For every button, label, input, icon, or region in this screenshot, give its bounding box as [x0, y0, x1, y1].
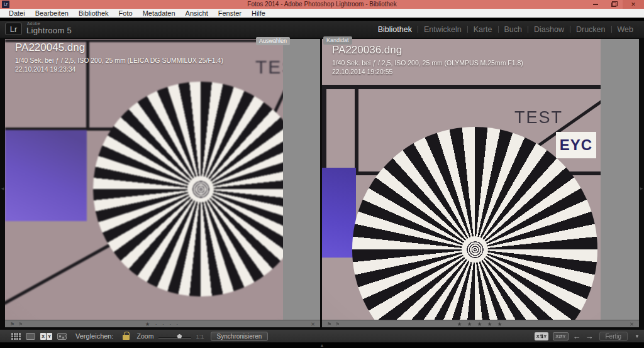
lock-icon[interactable] — [123, 335, 130, 340]
adobe-label: Adobe — [27, 21, 72, 26]
product-label: Lightroom 5 — [26, 26, 72, 35]
menu-bearbeiten[interactable]: Bearbeiten — [30, 9, 74, 18]
brand-text: Adobe Lightroom 5 — [26, 21, 72, 35]
menu-hilfe[interactable]: Hilfe — [247, 9, 270, 18]
module-entwickeln[interactable]: Entwickeln — [418, 25, 467, 34]
chart-test-label: TEST — [514, 108, 563, 128]
select-photo[interactable]: TEST PA220045.dng 1/40 Sek. bei ƒ / 2,5,… — [5, 39, 283, 320]
right-panel-reveal-arrow[interactable]: ▶ — [639, 176, 644, 201]
select-deselect-icon[interactable]: ✕ — [311, 320, 315, 328]
select-toolbar-strip: ⚑ ⚑ ★ · · · · ✕ — [5, 320, 320, 327]
candidate-toolbar-strip: ⚑ ⚑ ★ ★ ★ ★ ★ ✕ — [322, 320, 639, 327]
chart-eyc-label: EYC — [556, 132, 596, 158]
toolbar-right-group: X⇅Y X⇄Y ← → Fertig ▼ — [535, 330, 640, 343]
toolbar-chevron-icon[interactable]: ▼ — [635, 334, 640, 339]
select-panel-background — [283, 39, 320, 320]
next-photo-arrow[interactable]: → — [586, 330, 594, 343]
synchronize-button[interactable]: Synchronisieren — [211, 332, 269, 341]
titlebar: Lr Fotos 2014 - Adobe Photoshop Lightroo… — [0, 0, 644, 9]
swap-photos-icon[interactable]: X⇄Y — [553, 332, 568, 340]
siemens-star — [93, 82, 283, 296]
module-web[interactable]: Web — [612, 25, 639, 34]
grid-view-icon[interactable] — [11, 333, 21, 340]
select-filename: PA220045.dng — [15, 41, 223, 54]
minimize-button[interactable] — [586, 0, 604, 9]
zoom-ratio-label[interactable]: 1:1 — [196, 333, 204, 340]
select-badge: Auswählen — [256, 37, 290, 45]
compare-view-icon[interactable]: X Y — [40, 333, 52, 340]
chart-purple-patch — [322, 168, 356, 258]
window-title: Fotos 2014 - Adobe Photoshop Lightroom -… — [0, 0, 644, 9]
candidate-exif: 1/40 Sek. bei ƒ / 2,5, ISO 200, 25 mm (O… — [332, 59, 523, 67]
select-panel: TEST PA220045.dng 1/40 Sek. bei ƒ / 2,5,… — [5, 39, 320, 327]
candidate-panel: TEST EYC PA220036.dng 1/40 Sek. bei ƒ / … — [322, 39, 639, 327]
module-karte[interactable]: Karte — [468, 25, 498, 34]
lightroom-logo: Lr — [5, 23, 22, 35]
filmstrip-collapsed-bar: ▲ — [0, 342, 644, 348]
candidate-rating-stars[interactable]: ★ ★ ★ ★ ★ — [322, 320, 639, 328]
compare-x-box: X — [40, 333, 46, 340]
menu-bibliothek[interactable]: Bibliothek — [74, 9, 114, 18]
module-drucken[interactable]: Drucken — [570, 25, 611, 34]
menu-ansicht[interactable]: Ansicht — [180, 9, 213, 18]
zoom-slider[interactable] — [158, 334, 191, 339]
module-bibliothek[interactable]: Bibliothek — [372, 25, 418, 34]
maximize-button[interactable] — [604, 0, 623, 9]
restore-icon — [611, 3, 616, 7]
menu-datei[interactable]: Datei — [4, 9, 30, 18]
module-diashow[interactable]: Diashow — [528, 25, 570, 34]
module-buch[interactable]: Buch — [499, 25, 528, 34]
chart-test-label: TEST — [255, 57, 283, 78]
candidate-badge: Kandidat — [323, 36, 352, 45]
left-panel-reveal-arrow[interactable]: ◀ — [0, 176, 5, 201]
filmstrip-reveal-arrow[interactable]: ▲ — [0, 342, 644, 348]
select-datetime: 22.10.2014 19:23:34 — [15, 65, 223, 73]
swap-y-letter: Y — [563, 334, 566, 339]
candidate-deselect-icon[interactable]: ✕ — [630, 320, 634, 328]
zoom-slider-thumb[interactable] — [177, 334, 182, 339]
minimize-icon — [593, 4, 598, 5]
done-button[interactable]: Fertig — [599, 332, 628, 341]
toolbar: X Y Vergleichen: Zoom 1:1 Synchronisiere… — [0, 329, 644, 342]
zoom-slider-track — [158, 337, 191, 338]
menu-fenster[interactable]: Fenster — [213, 9, 247, 18]
candidate-photo-graphic: TEST EYC — [322, 39, 601, 320]
compare-label: Vergleichen: — [75, 332, 114, 340]
window-controls: ✕ — [586, 0, 644, 9]
close-button[interactable]: ✕ — [623, 0, 644, 9]
compare-y-box: Y — [47, 333, 52, 340]
candidate-panel-background — [601, 39, 639, 320]
lightroom-header: Lr Adobe Lightroom 5 Bibliothek Entwicke… — [0, 21, 644, 38]
swap-y-letter: Y — [543, 334, 547, 339]
module-picker: Bibliothek Entwickeln Karte Buch Diashow… — [372, 21, 639, 38]
candidate-photo-info: PA220036.dng 1/40 Sek. bei ƒ / 2,5, ISO … — [332, 44, 523, 75]
survey-view-icon[interactable] — [57, 333, 67, 340]
select-photo-graphic: TEST — [5, 39, 283, 320]
select-photo-info: PA220045.dng 1/40 Sek. bei ƒ / 2,5, ISO … — [15, 41, 223, 73]
zoom-label: Zoom — [137, 332, 154, 340]
swap-select-candidate-icon[interactable]: X⇅Y — [535, 332, 548, 340]
candidate-photo[interactable]: TEST EYC PA220036.dng 1/40 Sek. bei ƒ / … — [322, 39, 601, 320]
previous-photo-arrow[interactable]: ← — [573, 330, 581, 343]
menu-metadaten[interactable]: Metadaten — [138, 9, 180, 18]
menu-foto[interactable]: Foto — [114, 9, 138, 18]
select-exif: 1/40 Sek. bei ƒ / 2,5, ISO 200, 25 mm (L… — [15, 57, 223, 64]
menubar: Datei Bearbeiten Bibliothek Foto Metadat… — [0, 9, 644, 18]
loupe-view-icon[interactable] — [26, 333, 35, 340]
compare-view: TEST PA220045.dng 1/40 Sek. bei ƒ / 2,5,… — [0, 38, 644, 329]
select-rating-stars[interactable]: ★ · · · · — [5, 320, 320, 328]
candidate-datetime: 22.10.2014 19:20:55 — [332, 68, 523, 75]
chart-purple-patch — [5, 130, 87, 221]
candidate-filename: PA220036.dng — [332, 44, 523, 57]
